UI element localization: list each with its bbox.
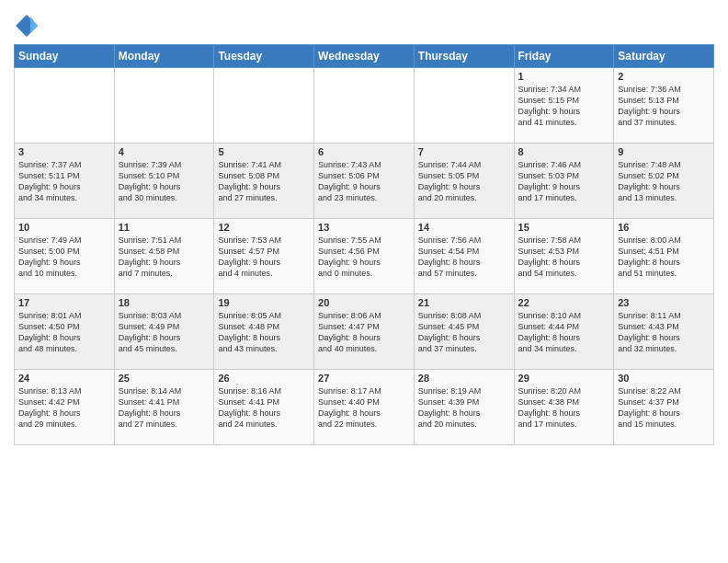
day-info: Sunrise: 7:51 AM Sunset: 4:58 PM Dayligh… bbox=[119, 235, 210, 280]
day-info: Sunrise: 7:53 AM Sunset: 4:57 PM Dayligh… bbox=[218, 235, 310, 280]
day-number: 2 bbox=[618, 71, 710, 82]
calendar-cell: 9Sunrise: 7:48 AM Sunset: 5:02 PM Daylig… bbox=[614, 144, 714, 219]
day-info: Sunrise: 8:22 AM Sunset: 4:37 PM Dayligh… bbox=[618, 385, 710, 431]
day-info: Sunrise: 8:05 AM Sunset: 4:48 PM Dayligh… bbox=[218, 310, 310, 355]
calendar-cell: 5Sunrise: 7:41 AM Sunset: 5:08 PM Daylig… bbox=[214, 144, 314, 219]
calendar-cell bbox=[114, 68, 214, 144]
logo-icon bbox=[14, 13, 40, 39]
day-info: Sunrise: 7:36 AM Sunset: 5:13 PM Dayligh… bbox=[618, 84, 710, 129]
calendar-cell: 7Sunrise: 7:44 AM Sunset: 5:05 PM Daylig… bbox=[414, 144, 514, 219]
day-info: Sunrise: 8:03 AM Sunset: 4:49 PM Dayligh… bbox=[119, 310, 210, 355]
calendar-header: SundayMondayTuesdayWednesdayThursdayFrid… bbox=[15, 45, 714, 68]
calendar-table: SundayMondayTuesdayWednesdayThursdayFrid… bbox=[14, 44, 714, 445]
calendar-cell: 24Sunrise: 8:13 AM Sunset: 4:42 PM Dayli… bbox=[15, 370, 115, 445]
calendar-cell bbox=[314, 68, 415, 144]
calendar-cell: 8Sunrise: 7:46 AM Sunset: 5:03 PM Daylig… bbox=[514, 144, 614, 219]
calendar-cell: 14Sunrise: 7:56 AM Sunset: 4:54 PM Dayli… bbox=[414, 219, 514, 294]
day-number: 23 bbox=[618, 297, 710, 308]
calendar-cell: 29Sunrise: 8:20 AM Sunset: 4:38 PM Dayli… bbox=[514, 370, 614, 445]
calendar-cell: 26Sunrise: 8:16 AM Sunset: 4:41 PM Dayli… bbox=[214, 370, 314, 445]
calendar-cell: 23Sunrise: 8:11 AM Sunset: 4:43 PM Dayli… bbox=[614, 294, 714, 370]
svg-marker-1 bbox=[30, 17, 38, 33]
day-number: 15 bbox=[518, 222, 610, 233]
day-number: 17 bbox=[18, 297, 110, 308]
calendar-cell: 30Sunrise: 8:22 AM Sunset: 4:37 PM Dayli… bbox=[614, 370, 714, 445]
day-info: Sunrise: 7:48 AM Sunset: 5:02 PM Dayligh… bbox=[618, 159, 710, 204]
page-container: SundayMondayTuesdayWednesdayThursdayFrid… bbox=[0, 0, 728, 450]
day-number: 6 bbox=[318, 146, 410, 157]
col-header-monday: Monday bbox=[114, 45, 214, 68]
day-number: 25 bbox=[119, 373, 210, 384]
day-number: 22 bbox=[518, 297, 610, 308]
calendar-week-3: 10Sunrise: 7:49 AM Sunset: 5:00 PM Dayli… bbox=[15, 219, 714, 294]
calendar-header-row: SundayMondayTuesdayWednesdayThursdayFrid… bbox=[15, 45, 714, 68]
day-info: Sunrise: 7:46 AM Sunset: 5:03 PM Dayligh… bbox=[518, 159, 610, 204]
calendar-body: 1Sunrise: 7:34 AM Sunset: 5:15 PM Daylig… bbox=[15, 68, 714, 445]
day-number: 3 bbox=[18, 146, 110, 157]
day-info: Sunrise: 7:41 AM Sunset: 5:08 PM Dayligh… bbox=[218, 159, 310, 204]
calendar-cell: 13Sunrise: 7:55 AM Sunset: 4:56 PM Dayli… bbox=[314, 219, 415, 294]
calendar-cell: 19Sunrise: 8:05 AM Sunset: 4:48 PM Dayli… bbox=[214, 294, 314, 370]
col-header-sunday: Sunday bbox=[15, 45, 115, 68]
calendar-week-4: 17Sunrise: 8:01 AM Sunset: 4:50 PM Dayli… bbox=[15, 294, 714, 370]
day-info: Sunrise: 8:16 AM Sunset: 4:41 PM Dayligh… bbox=[218, 385, 310, 431]
calendar-cell: 28Sunrise: 8:19 AM Sunset: 4:39 PM Dayli… bbox=[414, 370, 514, 445]
col-header-wednesday: Wednesday bbox=[314, 45, 415, 68]
day-number: 1 bbox=[518, 71, 610, 82]
calendar-cell: 21Sunrise: 8:08 AM Sunset: 4:45 PM Dayli… bbox=[414, 294, 514, 370]
day-number: 14 bbox=[418, 222, 510, 233]
calendar-cell: 17Sunrise: 8:01 AM Sunset: 4:50 PM Dayli… bbox=[15, 294, 115, 370]
day-number: 30 bbox=[618, 373, 710, 384]
day-info: Sunrise: 8:01 AM Sunset: 4:50 PM Dayligh… bbox=[18, 310, 110, 355]
col-header-tuesday: Tuesday bbox=[214, 45, 314, 68]
calendar-cell: 11Sunrise: 7:51 AM Sunset: 4:58 PM Dayli… bbox=[114, 219, 214, 294]
calendar-cell: 2Sunrise: 7:36 AM Sunset: 5:13 PM Daylig… bbox=[614, 68, 714, 144]
calendar-cell: 22Sunrise: 8:10 AM Sunset: 4:44 PM Dayli… bbox=[514, 294, 614, 370]
day-number: 18 bbox=[119, 297, 210, 308]
day-number: 21 bbox=[418, 297, 510, 308]
calendar-cell: 3Sunrise: 7:37 AM Sunset: 5:11 PM Daylig… bbox=[15, 144, 115, 219]
day-number: 10 bbox=[18, 222, 110, 233]
day-number: 27 bbox=[318, 373, 410, 384]
day-info: Sunrise: 8:10 AM Sunset: 4:44 PM Dayligh… bbox=[518, 310, 610, 355]
day-info: Sunrise: 8:08 AM Sunset: 4:45 PM Dayligh… bbox=[418, 310, 510, 355]
calendar-cell bbox=[214, 68, 314, 144]
calendar-cell: 15Sunrise: 7:58 AM Sunset: 4:53 PM Dayli… bbox=[514, 219, 614, 294]
calendar-cell: 1Sunrise: 7:34 AM Sunset: 5:15 PM Daylig… bbox=[514, 68, 614, 144]
day-info: Sunrise: 8:11 AM Sunset: 4:43 PM Dayligh… bbox=[618, 310, 710, 355]
calendar-week-1: 1Sunrise: 7:34 AM Sunset: 5:15 PM Daylig… bbox=[15, 68, 714, 144]
day-info: Sunrise: 7:39 AM Sunset: 5:10 PM Dayligh… bbox=[119, 159, 210, 204]
day-info: Sunrise: 8:19 AM Sunset: 4:39 PM Dayligh… bbox=[418, 385, 510, 431]
day-info: Sunrise: 7:44 AM Sunset: 5:05 PM Dayligh… bbox=[418, 159, 510, 204]
day-info: Sunrise: 8:17 AM Sunset: 4:40 PM Dayligh… bbox=[318, 385, 410, 431]
day-number: 12 bbox=[218, 222, 310, 233]
day-info: Sunrise: 8:13 AM Sunset: 4:42 PM Dayligh… bbox=[18, 385, 110, 431]
day-number: 13 bbox=[318, 222, 410, 233]
day-info: Sunrise: 7:49 AM Sunset: 5:00 PM Dayligh… bbox=[18, 235, 110, 280]
header bbox=[14, 9, 714, 39]
calendar-cell: 20Sunrise: 8:06 AM Sunset: 4:47 PM Dayli… bbox=[314, 294, 415, 370]
day-number: 20 bbox=[318, 297, 410, 308]
day-number: 24 bbox=[18, 373, 110, 384]
calendar-cell: 6Sunrise: 7:43 AM Sunset: 5:06 PM Daylig… bbox=[314, 144, 415, 219]
logo bbox=[14, 13, 43, 39]
day-info: Sunrise: 7:55 AM Sunset: 4:56 PM Dayligh… bbox=[318, 235, 410, 280]
day-number: 11 bbox=[119, 222, 210, 233]
calendar-week-2: 3Sunrise: 7:37 AM Sunset: 5:11 PM Daylig… bbox=[15, 144, 714, 219]
day-number: 5 bbox=[218, 146, 310, 157]
col-header-thursday: Thursday bbox=[414, 45, 514, 68]
calendar-cell: 16Sunrise: 8:00 AM Sunset: 4:51 PM Dayli… bbox=[614, 219, 714, 294]
calendar-cell bbox=[15, 68, 115, 144]
day-info: Sunrise: 8:14 AM Sunset: 4:41 PM Dayligh… bbox=[119, 385, 210, 431]
calendar-cell: 4Sunrise: 7:39 AM Sunset: 5:10 PM Daylig… bbox=[114, 144, 214, 219]
day-number: 7 bbox=[418, 146, 510, 157]
day-number: 19 bbox=[218, 297, 310, 308]
day-number: 29 bbox=[518, 373, 610, 384]
day-info: Sunrise: 7:34 AM Sunset: 5:15 PM Dayligh… bbox=[518, 84, 610, 129]
day-number: 4 bbox=[119, 146, 210, 157]
day-number: 28 bbox=[418, 373, 510, 384]
day-number: 26 bbox=[218, 373, 310, 384]
calendar-cell: 27Sunrise: 8:17 AM Sunset: 4:40 PM Dayli… bbox=[314, 370, 415, 445]
day-info: Sunrise: 7:56 AM Sunset: 4:54 PM Dayligh… bbox=[418, 235, 510, 280]
calendar-cell: 10Sunrise: 7:49 AM Sunset: 5:00 PM Dayli… bbox=[15, 219, 115, 294]
